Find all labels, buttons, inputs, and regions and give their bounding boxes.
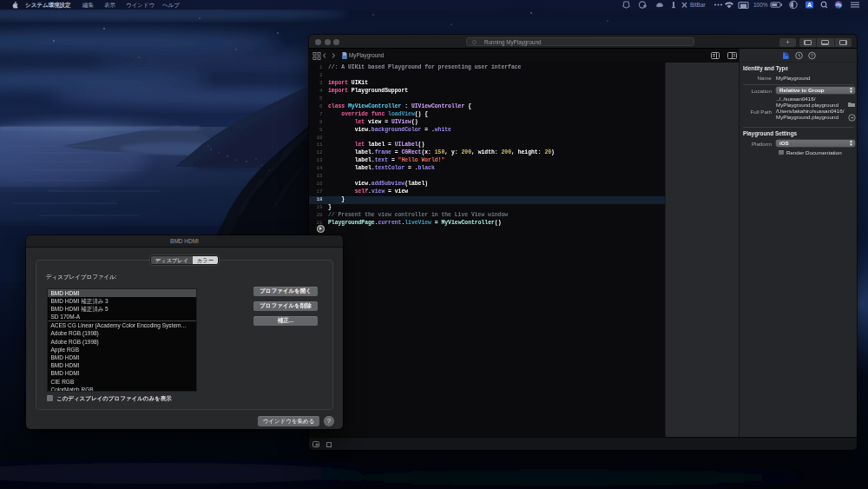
svg-text:?: ? [811, 53, 814, 58]
svg-text:A: A [807, 2, 812, 8]
